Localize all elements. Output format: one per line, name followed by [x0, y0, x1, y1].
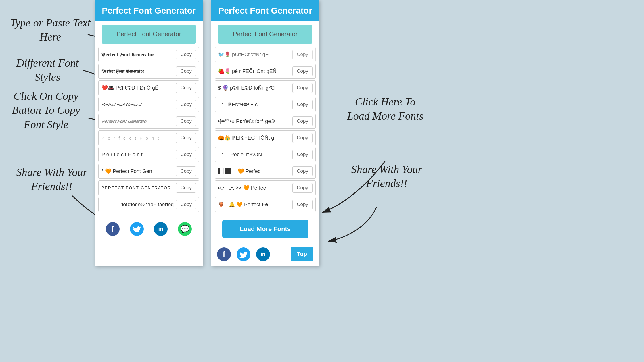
font-text-10: perfect Font Generator [101, 202, 174, 208]
right-panel: Perfect Font Generator Perfect Font Gene… [211, 0, 319, 266]
copy-btn-1[interactable]: Copy [176, 50, 196, 59]
left-panel: Perfect Font Generator Perfect Font Gene… [95, 0, 203, 266]
copy-btn-10[interactable]: Copy [176, 200, 196, 209]
right-copy-btn-2[interactable]: Copy [292, 83, 313, 93]
right-font-row-9: 🏺 · 🔔 🧡 Perfect Fɵ Copy [215, 197, 316, 212]
copy-btn-8[interactable]: Copy [176, 166, 196, 176]
right-panel-header: Perfect Font Generator [211, 0, 319, 21]
font-text-7: P e r f e c t F o n t [101, 152, 174, 158]
right-input-box[interactable]: Perfect Font Generator [218, 25, 312, 44]
font-row-2: 𝕻𝖊𝖗𝖋𝖊𝖈𝖙 𝕱𝖔𝖓𝖙 𝕲𝖊𝖓𝖊𝖗𝖆𝖙𝖔𝖗 Copy [98, 64, 199, 79]
font-text-4: 𝘗𝘦𝘳𝘧𝘦𝘤𝘵 𝘍𝘰𝘯𝘵 𝘎𝘦𝘯𝘦𝘳𝘢𝘵 [101, 102, 174, 107]
right-social-bar: f in Top [211, 242, 319, 266]
font-row-3: ❤️🎩 P€ff€©Ð FØnÒ gÊ Copy [98, 80, 199, 95]
annotation-load-more: Click Here To Load More Fonts [345, 95, 425, 123]
facebook-icon-right[interactable]: f [217, 247, 231, 261]
panels-container: Perfect Font Generator Perfect Font Gene… [95, 0, 319, 266]
font-text-9: PERFECT FONT GENERATOR [101, 186, 174, 190]
right-font-text-partial: 🐦🌹 p€rfECt '©Nt gE [218, 51, 290, 58]
right-font-text-6: ∙'∙'∙'∙'∙ Peя'e□т ©ON̈ [218, 151, 290, 158]
right-font-row-3: ∙'∙'∙'∙ ℙEr©Ŧ≡ᵃ Ŧ c Copy [215, 97, 316, 112]
right-font-row-5: 🎃👑 ℙEf©ŦEC† fÕÑt g Copy [215, 130, 316, 145]
right-copy-btn-5[interactable]: Copy [292, 133, 313, 143]
twitter-icon-right[interactable] [237, 247, 250, 261]
right-copy-btn-8[interactable]: Copy [292, 183, 313, 193]
load-more-button[interactable]: Load More Fonts [222, 220, 308, 238]
right-copy-btn-7[interactable]: Copy [292, 166, 313, 176]
right-copy-btn-9[interactable]: Copy [292, 200, 313, 209]
right-font-row-2: $ 🔮 p©fFE©Ð foÑт ģ℃l Copy [215, 80, 316, 95]
facebook-icon-left[interactable]: f [106, 222, 120, 236]
right-copy-btn-4[interactable]: Copy [292, 116, 313, 126]
copy-btn-7[interactable]: Copy [176, 150, 196, 159]
font-row-6: P e r f e c t F o n t Copy [98, 130, 199, 145]
font-text-1: 𝔓erfect 𝔉ont 𝔊enerator [101, 52, 174, 58]
right-font-text-4: •]••°'°•» Pɛrfe©t fo⁻ᵗ ge© [218, 118, 290, 124]
right-font-text-9: 🏺 · 🔔 🧡 Perfect Fɵ [218, 201, 290, 208]
font-row-7: P e r f e c t F o n t Copy [98, 147, 199, 162]
right-font-text-1: 🍓🌷 pé r FEČt 'Ont gEÑ [218, 68, 290, 74]
annotation-click-copy: Click On Copy Button To Copy Font Style [3, 89, 89, 132]
font-text-5: 𝙋𝙚𝙧𝙛𝙚𝙘𝙩 𝙁𝙤𝙣𝙩 𝙂𝙚𝙣𝙚𝙧𝙖𝙩𝙤 [101, 119, 174, 124]
copy-btn-6[interactable]: Copy [176, 133, 196, 143]
left-social-bar: f in 💬 [95, 217, 203, 240]
right-font-list: 🐦🌹 p€rfECt '©Nt gE Copy 🍓🌷 pé r FEČt 'On… [211, 47, 319, 217]
linkedin-icon-left[interactable]: in [154, 222, 168, 236]
top-button[interactable]: Top [291, 247, 313, 261]
right-copy-btn-6[interactable]: Copy [292, 150, 313, 159]
right-font-text-5: 🎃👑 ℙEf©ŦEC† fÕÑt g [218, 135, 290, 141]
linkedin-icon-right[interactable]: in [256, 247, 270, 261]
whatsapp-icon-left[interactable]: 💬 [178, 222, 192, 236]
right-copy-btn-1[interactable]: Copy [292, 66, 313, 76]
right-font-text-8: ¤„•°¯„•..>> 🧡 Perfec [218, 185, 290, 191]
twitter-icon-left[interactable] [130, 222, 144, 236]
right-copy-btn-3[interactable]: Copy [292, 100, 313, 109]
annotation-share-left: Share With Your Friends!! [14, 165, 89, 194]
right-font-row-7: ▌║█▌║ 🧡 Perfec Copy [215, 164, 316, 179]
copy-btn-2[interactable]: Copy [176, 66, 196, 76]
copy-btn-5[interactable]: Copy [176, 116, 196, 126]
annotation-different-fonts: Different Font Styles [6, 56, 89, 84]
left-input-box[interactable]: Perfect Font Generator [102, 25, 196, 44]
copy-btn-3[interactable]: Copy [176, 83, 196, 93]
font-row-10: perfect Font Generator Copy [98, 197, 199, 212]
font-text-6: P e r f e c t F o n t [101, 136, 174, 140]
font-row-5: 𝙋𝙚𝙧𝙛𝙚𝙘𝙩 𝙁𝙤𝙣𝙩 𝙂𝙚𝙣𝙚𝙧𝙖𝙩𝙤 Copy [98, 114, 199, 129]
font-row-1: 𝔓erfect 𝔉ont 𝔊enerator Copy [98, 47, 199, 62]
right-copy-btn-partial[interactable]: Copy [292, 50, 313, 59]
copy-btn-4[interactable]: Copy [176, 100, 196, 109]
font-row-4: 𝘗𝘦𝘳𝘧𝘦𝘤𝘵 𝘍𝘰𝘯𝘵 𝘎𝘦𝘯𝘦𝘳𝘢𝘵 Copy [98, 97, 199, 112]
font-text-3: ❤️🎩 P€ff€©Ð FØnÒ gÊ [101, 85, 174, 91]
right-font-text-2: $ 🔮 p©fFE©Ð foÑт ģ℃l [218, 85, 290, 91]
copy-btn-9[interactable]: Copy [176, 183, 196, 193]
left-font-list: 𝔓erfect 𝔉ont 𝔊enerator Copy 𝕻𝖊𝖗𝖋𝖊𝖈𝖙 𝕱𝖔𝖓𝖙… [95, 47, 203, 217]
right-font-row-1: 🍓🌷 pé r FEČt 'Ont gEÑ Copy [215, 64, 316, 79]
right-font-row-6: ∙'∙'∙'∙'∙ Peя'e□т ©ON̈ Copy [215, 147, 316, 162]
right-font-text-3: ∙'∙'∙'∙ ℙEr©Ŧ≡ᵃ Ŧ c [218, 101, 290, 108]
right-font-row-4: •]••°'°•» Pɛrfe©t fo⁻ᵗ ge© Copy [215, 114, 316, 129]
font-row-9: PERFECT FONT GENERATOR Copy [98, 180, 199, 195]
left-panel-header: Perfect Font Generator [95, 0, 203, 21]
font-text-8: * 🧡 Perfect Font Gen [101, 168, 174, 174]
right-font-row-8: ¤„•°¯„•..>> 🧡 Perfec Copy [215, 180, 316, 195]
annotation-share-right: Share With Your Friends!! [348, 162, 425, 191]
font-row-8: * 🧡 Perfect Font Gen Copy [98, 164, 199, 179]
right-font-row-partial: 🐦🌹 p€rfECt '©Nt gE Copy [215, 47, 316, 62]
annotation-type-paste: Type or Paste Text Here [9, 16, 92, 44]
font-text-2: 𝕻𝖊𝖗𝖋𝖊𝖈𝖙 𝕱𝖔𝖓𝖙 𝕲𝖊𝖓𝖊𝖗𝖆𝖙𝖔𝖗 [101, 69, 174, 74]
right-font-text-7: ▌║█▌║ 🧡 Perfec [218, 168, 290, 174]
